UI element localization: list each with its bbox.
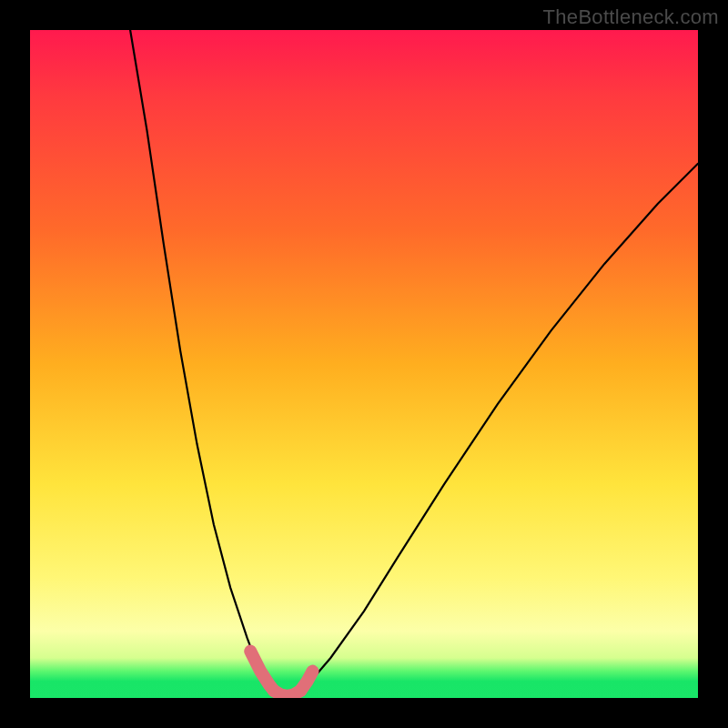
curve-left: [130, 30, 274, 691]
curve-right: [300, 164, 698, 691]
thick-overlay-left: [250, 652, 274, 691]
outer-frame: TheBottleneck.com: [0, 0, 728, 728]
chart-svg: [30, 30, 698, 698]
watermark-text: TheBottleneck.com: [543, 5, 719, 29]
thick-overlay-right: [300, 672, 312, 691]
